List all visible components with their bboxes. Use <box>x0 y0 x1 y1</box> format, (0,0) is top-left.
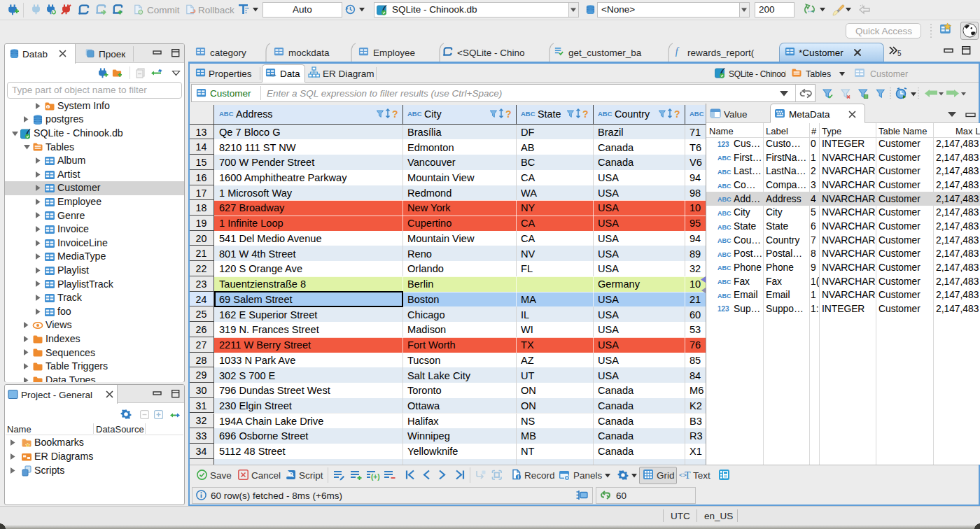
svg-text:5: 5 <box>897 50 902 57</box>
svg-text:ABC: ABC <box>718 264 732 271</box>
svg-text:ABC: ABC <box>718 210 732 217</box>
svg-text:i: i <box>48 104 49 108</box>
svg-text:ABC: ABC <box>521 110 536 118</box>
svg-text:ABC: ABC <box>718 169 732 176</box>
svg-text:ABC: ABC <box>718 251 732 258</box>
svg-text:ABC: ABC <box>718 224 732 231</box>
svg-text:ABC: ABC <box>690 110 704 118</box>
svg-text:ABC: ABC <box>718 292 732 299</box>
svg-text:(+): (+) <box>371 473 380 481</box>
svg-text:123: 123 <box>718 141 729 148</box>
svg-text:ABC: ABC <box>598 110 612 118</box>
svg-text:ABC: ABC <box>718 278 732 285</box>
svg-text:123: 123 <box>718 305 729 313</box>
svg-text:<>: <> <box>270 73 277 78</box>
svg-text:i: i <box>517 474 519 480</box>
svg-text:ABC: ABC <box>718 237 732 244</box>
svg-text:f: f <box>676 45 680 57</box>
svg-text:ABC: ABC <box>407 110 422 118</box>
svg-text:ABC: ABC <box>718 183 732 190</box>
svg-text:ABC: ABC <box>718 196 732 203</box>
svg-text:T: T <box>685 470 691 481</box>
svg-text:ABC: ABC <box>718 155 732 162</box>
svg-text:ABC: ABC <box>219 110 234 118</box>
